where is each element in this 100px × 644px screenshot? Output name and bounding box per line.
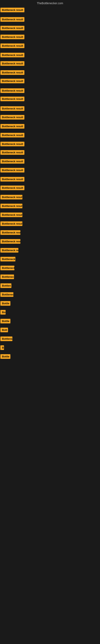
badge-row-10: Bottleneck result [0, 88, 24, 94]
badge-row-6: Bottleneck result [0, 53, 24, 58]
badge-row-11: Bottleneck result [0, 96, 24, 102]
bottleneck-badge-4[interactable]: Bottleneck result [0, 34, 24, 39]
bottleneck-badge-37[interactable]: Bott [0, 328, 8, 332]
badge-row-38: Bottlens [0, 336, 12, 342]
badge-row-12: Bottleneck result [0, 106, 24, 112]
badge-row-4: Bottleneck result [0, 34, 24, 40]
bottleneck-badge-11[interactable]: Bottleneck result [0, 96, 24, 101]
bottleneck-badge-16[interactable]: Bottleneck result [0, 142, 24, 146]
bottleneck-badge-28[interactable]: Bottleneck result [0, 248, 18, 252]
badge-row-15: Bottleneck result [0, 133, 24, 138]
bottleneck-badge-13[interactable]: Bottleneck result [0, 115, 24, 120]
badge-row-28: Bottleneck result [0, 248, 18, 253]
badge-row-37: Bott [0, 328, 8, 333]
bottleneck-badge-31[interactable]: Bottleneck [0, 274, 14, 279]
bottleneck-badge-33[interactable]: Bottleneck [0, 292, 13, 297]
bottleneck-badge-38[interactable]: Bottlens [0, 336, 12, 341]
badge-row-1: Bottleneck result [0, 8, 24, 13]
badge-row-26: Bottleneck result [0, 230, 20, 236]
bottleneck-badge-9[interactable]: Bottleneck result [0, 79, 24, 83]
badge-row-14: Bottleneck result [0, 124, 24, 130]
badge-row-32: Bottlen [0, 283, 11, 289]
badge-row-24: Bottleneck result [0, 212, 22, 218]
bottleneck-badge-17[interactable]: Bottleneck result [0, 150, 24, 155]
bottleneck-badge-10[interactable]: Bottleneck result [0, 88, 24, 93]
bottleneck-badge-6[interactable]: Bottleneck result [0, 53, 24, 57]
bottleneck-badge-26[interactable]: Bottleneck result [0, 230, 20, 235]
bottleneck-badge-12[interactable]: Bottleneck result [0, 106, 24, 111]
badge-row-23: Bottleneck result [0, 204, 22, 209]
bottleneck-badge-15[interactable]: Bottleneck result [0, 133, 24, 138]
badge-row-2: Bottleneck result [0, 17, 24, 22]
badge-row-5: Bottleneck result [0, 44, 24, 49]
bottleneck-badge-32[interactable]: Bottlen [0, 283, 11, 288]
badge-row-39: B [0, 345, 4, 351]
bottleneck-badge-30[interactable]: Bottleneck [0, 266, 14, 270]
badge-row-3: Bottleneck result [0, 26, 24, 31]
badge-row-36: Bottle [0, 319, 10, 324]
badge-row-21: Bottleneck result [0, 186, 24, 191]
badge-row-34: Bottle [0, 301, 10, 306]
badge-row-35: Bo [0, 310, 6, 315]
badge-row-20: Bottleneck result [0, 177, 24, 182]
bottleneck-badge-24[interactable]: Bottleneck result [0, 212, 22, 217]
bottleneck-badge-35[interactable]: Bo [0, 310, 6, 314]
badge-row-27: Bottleneck result [0, 239, 20, 244]
badge-row-17: Bottleneck result [0, 150, 24, 156]
bottleneck-badge-14[interactable]: Bottleneck result [0, 124, 24, 128]
bottleneck-badge-7[interactable]: Bottleneck result [0, 61, 24, 66]
bottleneck-badge-39[interactable]: B [0, 345, 4, 350]
bottleneck-badge-1[interactable]: Bottleneck result [0, 8, 24, 12]
bottleneck-badge-25[interactable]: Bottleneck result [0, 222, 22, 226]
bottleneck-badge-34[interactable]: Bottle [0, 301, 10, 306]
bottleneck-badge-29[interactable]: Bottleneck r [0, 257, 15, 262]
bottleneck-badge-23[interactable]: Bottleneck result [0, 204, 22, 208]
site-title: TheBottlenecker.com [0, 0, 100, 6]
badge-row-40: Bottle [0, 354, 10, 360]
badge-row-22: Bottleneck result [0, 195, 22, 200]
badge-row-30: Bottleneck [0, 266, 14, 271]
bottleneck-badge-22[interactable]: Bottleneck result [0, 195, 22, 200]
bottleneck-badge-3[interactable]: Bottleneck result [0, 26, 24, 30]
bottleneck-badge-5[interactable]: Bottleneck result [0, 44, 24, 48]
badge-row-8: Bottleneck result [0, 70, 24, 76]
badge-row-7: Bottleneck result [0, 61, 24, 66]
badge-row-19: Bottleneck result [0, 168, 24, 173]
bottleneck-badge-19[interactable]: Bottleneck result [0, 168, 24, 172]
badge-row-25: Bottleneck result [0, 222, 22, 227]
bottleneck-badge-36[interactable]: Bottle [0, 319, 10, 324]
bottleneck-badge-8[interactable]: Bottleneck result [0, 70, 24, 75]
badge-row-9: Bottleneck result [0, 79, 24, 84]
bottleneck-badge-40[interactable]: Bottle [0, 354, 10, 359]
bottleneck-badge-2[interactable]: Bottleneck result [0, 17, 24, 22]
bottleneck-badge-20[interactable]: Bottleneck result [0, 177, 24, 182]
badge-row-29: Bottleneck r [0, 257, 15, 262]
bottleneck-badge-27[interactable]: Bottleneck result [0, 239, 20, 244]
badge-row-16: Bottleneck result [0, 142, 24, 147]
badge-row-18: Bottleneck result [0, 159, 24, 164]
badge-row-31: Bottleneck [0, 274, 14, 280]
badge-row-13: Bottleneck result [0, 115, 24, 120]
bottleneck-badge-21[interactable]: Bottleneck result [0, 186, 24, 190]
badge-row-33: Bottleneck [0, 292, 13, 298]
bottleneck-badge-18[interactable]: Bottleneck result [0, 159, 24, 164]
